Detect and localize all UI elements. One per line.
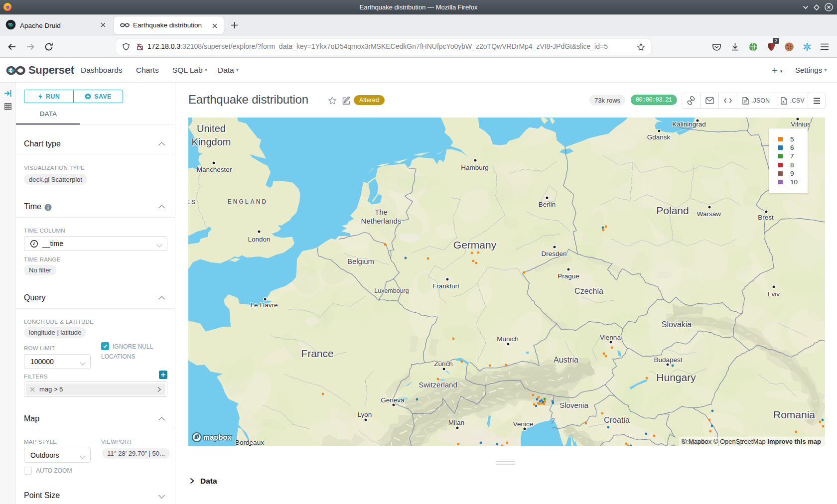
svg-text:Czechia: Czechia <box>574 287 603 295</box>
svg-text:Dresden: Dresden <box>541 250 566 257</box>
svg-text:Zurich: Zurich <box>434 360 453 368</box>
svg-text:Germany: Germany <box>453 239 497 251</box>
svg-text:Slovakia: Slovakia <box>662 320 692 329</box>
svg-text:Prague: Prague <box>558 272 579 280</box>
svg-text:Manchester: Manchester <box>197 166 232 173</box>
svg-text:Poland: Poland <box>656 205 689 216</box>
svg-text:Slovenia: Slovenia <box>559 401 588 409</box>
svg-text:Romania: Romania <box>773 409 815 420</box>
svg-text:Gdansk: Gdansk <box>647 133 671 141</box>
svg-text:Kingdom: Kingdom <box>192 136 231 147</box>
svg-text:Switzerland: Switzerland <box>418 380 457 389</box>
svg-text:Milan: Milan <box>448 419 464 426</box>
svg-text:Vienna: Vienna <box>600 334 621 341</box>
svg-text:Luxembourg: Luxembourg <box>374 287 409 294</box>
svg-text:Brest: Brest <box>758 214 774 221</box>
svg-text:Vilnius: Vilnius <box>791 121 811 128</box>
svg-text:Warsaw: Warsaw <box>697 210 721 218</box>
svg-text:Venice: Venice <box>513 420 534 428</box>
svg-text:The: The <box>375 208 388 216</box>
svg-text:Frankfurt: Frankfurt <box>432 282 459 290</box>
svg-text:Budapest: Budapest <box>654 356 682 364</box>
svg-text:ENGLAND: ENGLAND <box>228 198 268 205</box>
svg-text:Geneva: Geneva <box>381 396 405 404</box>
svg-text:Berlin: Berlin <box>539 201 556 208</box>
svg-text:Kaliningrad: Kaliningrad <box>672 121 706 128</box>
svg-text:ES: ES <box>188 199 197 206</box>
svg-text:United: United <box>197 123 226 134</box>
svg-text:Austria: Austria <box>554 356 578 364</box>
svg-text:Lyon: Lyon <box>358 411 372 418</box>
svg-text:London: London <box>248 236 270 243</box>
svg-text:France: France <box>301 348 333 359</box>
svg-text:mapbox: mapbox <box>203 433 232 441</box>
svg-text:Croatia: Croatia <box>604 416 630 424</box>
svg-text:Munich: Munich <box>497 335 519 343</box>
svg-text:Bordeaux: Bordeaux <box>235 439 264 446</box>
svg-text:Lviv: Lviv <box>768 290 780 298</box>
svg-text:Netherlands: Netherlands <box>361 217 402 225</box>
svg-text:Hungary: Hungary <box>656 372 696 383</box>
svg-text:Belgium: Belgium <box>347 257 374 265</box>
svg-text:Le Havre: Le Havre <box>251 301 278 309</box>
svg-text:Hamburg: Hamburg <box>461 164 489 171</box>
